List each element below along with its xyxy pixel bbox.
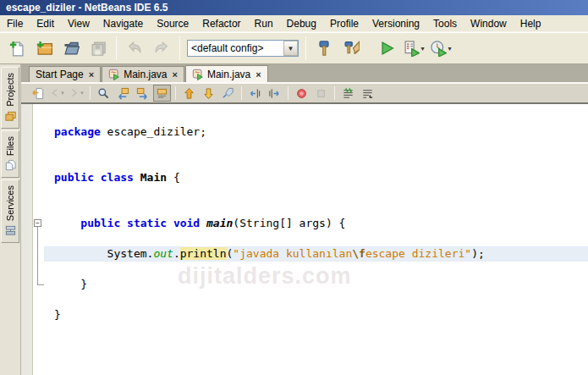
- sidebar-tab-projects[interactable]: Projects: [1, 67, 19, 129]
- menu-run[interactable]: Run: [248, 16, 280, 31]
- files-icon: [4, 159, 17, 172]
- tab-main-java-1[interactable]: Main.java×: [102, 66, 184, 82]
- code-line: [44, 292, 588, 307]
- menu-edit[interactable]: Edit: [30, 16, 61, 31]
- watermark: dijitalders.com: [178, 263, 352, 290]
- back-button: ▾: [48, 85, 66, 102]
- toggle-bookmark-icon: [222, 87, 234, 100]
- dropdown-arrow-icon: ▾: [80, 90, 84, 97]
- shift-left-icon: [249, 87, 261, 100]
- code-fold-column: −: [33, 104, 44, 375]
- close-icon[interactable]: ×: [256, 69, 261, 80]
- new-file-button[interactable]: [4, 36, 30, 61]
- dropdown-arrow-icon[interactable]: ▾: [448, 45, 451, 52]
- shift-line-right-button[interactable]: [266, 85, 283, 102]
- code-line: public static void main(String[] args) {: [44, 216, 588, 231]
- open-project-icon: [63, 40, 80, 57]
- menu-profile[interactable]: Profile: [323, 16, 365, 31]
- find-selection-icon: [97, 87, 110, 100]
- build-project-button[interactable]: [311, 36, 337, 61]
- toggle-bookmark-button[interactable]: [219, 85, 237, 102]
- dropdown-arrow-icon: ▾: [61, 90, 64, 97]
- debug-icon: [403, 40, 420, 57]
- menu-window[interactable]: Window: [464, 16, 514, 31]
- tab-main-java-2[interactable]: Main.java×: [185, 65, 268, 82]
- find-next-button[interactable]: [134, 85, 151, 102]
- code-fold-line-end: [37, 284, 44, 285]
- uncomment-icon: [361, 87, 374, 100]
- find-prev-icon: [117, 87, 129, 100]
- code-line: }: [44, 307, 588, 323]
- editor-area: − package escape_diziler;public class Ma…: [21, 104, 588, 375]
- save-all-icon: [90, 40, 107, 57]
- redo-button: [149, 36, 174, 61]
- close-icon[interactable]: ×: [173, 69, 178, 80]
- code-line: System.out.println("javada kullanılan\fe…: [44, 246, 588, 262]
- sidebar-tab-label: Projects: [5, 73, 15, 107]
- previous-bookmark-button[interactable]: [180, 85, 198, 102]
- start-macro-recording-button[interactable]: [293, 85, 310, 102]
- forward-button: ▾: [68, 85, 85, 102]
- sidebar-tab-files[interactable]: Files: [1, 130, 19, 178]
- close-icon[interactable]: ×: [89, 69, 94, 80]
- debug-project-button[interactable]: ▾: [401, 36, 426, 61]
- undo-button: [122, 36, 147, 61]
- menu-debug[interactable]: Debug: [280, 16, 323, 31]
- last-edit-icon: [31, 87, 44, 100]
- menu-view[interactable]: View: [61, 16, 96, 31]
- clean-build-icon: [343, 40, 360, 57]
- shift-line-left-button[interactable]: [246, 85, 264, 102]
- run-icon: [378, 40, 395, 57]
- clean-build-button[interactable]: [338, 36, 364, 61]
- menu-refactor[interactable]: Refactor: [195, 16, 247, 31]
- toolbar-separator: [175, 86, 176, 100]
- menu-source[interactable]: Source: [150, 16, 195, 31]
- profile-project-button[interactable]: ▾: [428, 36, 453, 61]
- tab-label: Start Page: [36, 69, 84, 80]
- stop-macro-recording-button: [312, 85, 330, 102]
- macro-record-icon: [295, 87, 308, 100]
- code-fold-line: [37, 227, 38, 284]
- next-bookmark-button[interactable]: [200, 85, 217, 102]
- sidebar-tab-services[interactable]: Services: [1, 179, 19, 243]
- open-project-button[interactable]: [58, 36, 84, 61]
- toggle-highlight-button[interactable]: [153, 85, 171, 102]
- code-line: public class Main {: [44, 170, 588, 185]
- new-project-button[interactable]: [31, 36, 57, 61]
- new-file-icon: [8, 40, 25, 57]
- menu-versioning[interactable]: Versioning: [365, 16, 426, 31]
- menu-navigate[interactable]: Navigate: [96, 16, 150, 31]
- run-project-button[interactable]: [374, 36, 399, 61]
- find-next-icon: [136, 87, 149, 100]
- menu-file[interactable]: File: [0, 16, 30, 31]
- undo-icon: [126, 40, 143, 57]
- comment-icon: [342, 87, 354, 100]
- sidebar-tab-label: Files: [5, 136, 15, 156]
- dropdown-arrow-icon[interactable]: ▾: [420, 45, 424, 52]
- find-selection-button[interactable]: [95, 85, 113, 102]
- tab-label: Main.java: [207, 69, 250, 80]
- last-edit-location-button[interactable]: [29, 85, 47, 102]
- netbeans-window: escape_diziler - NetBeans IDE 6.5 FileEd…: [0, 0, 588, 375]
- menu-tools[interactable]: Tools: [426, 16, 464, 31]
- back-icon: [50, 88, 61, 99]
- toolbar-separator: [288, 86, 289, 100]
- code-line: [44, 185, 588, 201]
- find-previous-button[interactable]: [114, 85, 132, 102]
- code-line: [44, 155, 588, 170]
- tab-start-page-0[interactable]: Start Page×: [29, 66, 101, 82]
- editor-toolbar: ▾▾: [21, 84, 588, 104]
- combo-dropdown-button[interactable]: ▼: [283, 41, 298, 56]
- tab-label: Main.java: [124, 69, 167, 80]
- code-editor[interactable]: package escape_diziler;public class Main…: [44, 104, 588, 375]
- toolbar-separator: [305, 36, 306, 60]
- prev-bookmark-icon: [183, 87, 195, 100]
- toolbar-separator: [241, 86, 242, 100]
- code-fold-collapse-button[interactable]: −: [34, 219, 41, 227]
- save-all-button: [85, 36, 111, 61]
- comment-button[interactable]: [339, 85, 357, 102]
- menu-help[interactable]: Help: [514, 16, 548, 31]
- config-select[interactable]: <default config>▼: [187, 40, 299, 57]
- toolbar-separator: [334, 86, 335, 100]
- uncomment-button[interactable]: [359, 85, 376, 102]
